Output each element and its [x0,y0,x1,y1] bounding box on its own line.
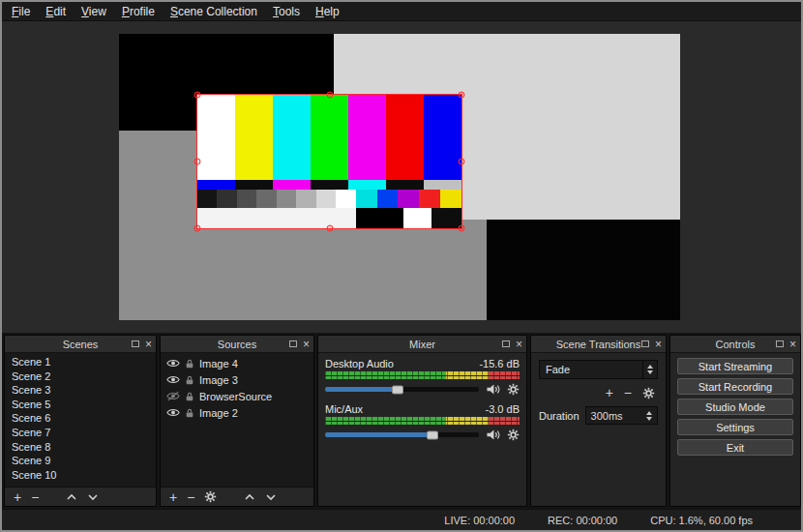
resize-handle-bottom-right[interactable] [459,225,465,232]
control-button[interactable]: Start Streaming [677,358,793,374]
menu-item[interactable]: File [4,2,38,21]
ramp-step [256,190,276,208]
transitions-dock-header[interactable]: Scene Transitions × [531,336,666,353]
selected-source-colorbars[interactable] [196,94,462,229]
scenes-dock-header[interactable]: Scenes × [5,336,156,353]
scene-item[interactable]: Scene 1 [5,355,156,369]
scene-up-button[interactable] [66,493,77,501]
resize-handle-mid-right[interactable] [459,159,465,165]
remove-scene-button[interactable]: − [31,490,39,504]
scene-item[interactable]: Scene 9 [5,454,156,468]
dock-close-icon[interactable]: × [655,339,662,350]
speaker-icon[interactable] [486,429,500,441]
scenes-dock-title: Scenes [63,339,99,350]
transitions-dock: Scene Transitions × Fade + − [530,335,667,507]
resize-handle-top-left[interactable] [194,92,201,99]
resize-handle-top-center[interactable] [326,92,333,99]
remove-transition-button[interactable]: − [624,386,632,399]
channel-settings-gear-icon[interactable] [507,429,520,441]
volume-slider[interactable] [325,387,479,392]
duration-label: Duration [539,410,580,422]
dock-popout-icon[interactable] [289,340,297,347]
duration-spinner-icon[interactable] [646,411,652,421]
control-button[interactable]: Start Recording [677,378,793,395]
volume-slider[interactable] [325,432,479,437]
ramp-step [277,190,296,208]
scene-item[interactable]: Scene 8 [5,440,156,455]
add-scene-button[interactable]: + [14,490,21,504]
scene-down-button[interactable] [87,493,99,501]
add-source-button[interactable]: + [169,490,177,504]
lock-icon[interactable] [185,392,194,401]
scene-item[interactable]: Scene 5 [5,398,156,412]
source-down-button[interactable] [265,493,277,501]
volume-slider-handle[interactable] [392,385,403,394]
channel-settings-gear-icon[interactable] [507,383,520,396]
transition-select[interactable]: Fade [539,360,658,379]
menu-item[interactable]: Edit [38,2,74,21]
source-item[interactable]: BrowserSource [161,388,313,404]
dock-close-icon[interactable]: × [303,339,310,350]
controls-body: Start Streaming Start Recording Studio M… [670,353,800,506]
source-item[interactable]: Image 4 [161,355,313,371]
scene-item[interactable]: Scene 2 [5,369,156,384]
add-transition-button[interactable]: + [606,386,613,399]
source-up-button[interactable] [244,493,255,501]
dock-close-icon[interactable]: × [516,339,522,350]
mixer-body: Desktop Audio -15.6 dB [318,353,526,506]
menu-item[interactable]: Scene Collection [163,2,265,21]
menu-item[interactable]: Tools [265,2,308,21]
visibility-eye-icon[interactable] [166,374,180,385]
scene-item[interactable]: Scene 6 [5,411,156,426]
dock-popout-icon[interactable] [132,340,139,347]
resize-handle-bottom-center[interactable] [326,225,333,232]
ramp-step [197,190,217,208]
speaker-icon[interactable] [486,383,500,396]
lock-icon[interactable] [185,359,194,369]
color-bar [311,95,348,180]
dock-close-icon[interactable]: × [789,339,796,350]
scene-item[interactable]: Scene 7 [5,426,156,440]
source-item[interactable]: Image 3 [161,371,313,388]
ramp-step [336,190,355,208]
menu-item[interactable]: Help [308,2,347,21]
duration-input[interactable]: 300ms [585,406,658,425]
control-button[interactable]: Studio Mode [677,399,793,415]
color-bar [197,95,235,180]
lock-icon[interactable] [185,408,194,418]
resize-handle-bottom-left[interactable] [194,225,201,232]
transitions-dock-title: Scene Transitions [556,339,640,350]
mixer-dock-header[interactable]: Mixer × [318,336,526,353]
visibility-eye-icon[interactable] [166,358,180,369]
controls-dock-header[interactable]: Controls × [670,336,800,353]
rainbow-segment [440,190,461,208]
visibility-eye-icon[interactable] [166,407,180,418]
dock-close-icon[interactable]: × [145,339,152,350]
channel-level-db: -3.0 dB [486,403,520,415]
source-item[interactable]: Image 2 [161,404,313,421]
control-button[interactable]: Exit [677,439,793,456]
dock-popout-icon[interactable] [776,340,784,347]
sources-dock-header[interactable]: Sources × [161,336,313,353]
smpte-bars [197,95,461,180]
control-button[interactable]: Settings [677,419,793,435]
menu-item[interactable]: Profile [114,2,163,21]
resize-handle-top-right[interactable] [459,92,465,99]
visibility-eye-icon[interactable] [166,391,180,401]
volume-slider-handle[interactable] [427,430,438,439]
scene-item[interactable]: Scene 10 [5,468,156,483]
cpu-fps-status: CPU: 1.6%, 60.00 fps [650,515,753,526]
menu-item[interactable]: View [74,2,114,21]
rainbow-segment [377,190,399,208]
strip-segment [273,180,311,190]
lock-icon[interactable] [185,375,194,385]
scenes-list: Scene 1 Scene 2 Scene 3 Scene 5 Scene 6 … [5,353,156,487]
remove-source-button[interactable]: − [187,490,194,504]
dock-popout-icon[interactable] [641,340,649,347]
dock-popout-icon[interactable] [502,340,510,347]
scene-item[interactable]: Scene 3 [5,383,156,398]
combo-spinner-icon[interactable] [642,361,657,378]
source-properties-gear-icon[interactable] [204,490,217,503]
resize-handle-mid-left[interactable] [194,159,201,165]
transition-properties-gear-icon[interactable] [642,387,655,399]
